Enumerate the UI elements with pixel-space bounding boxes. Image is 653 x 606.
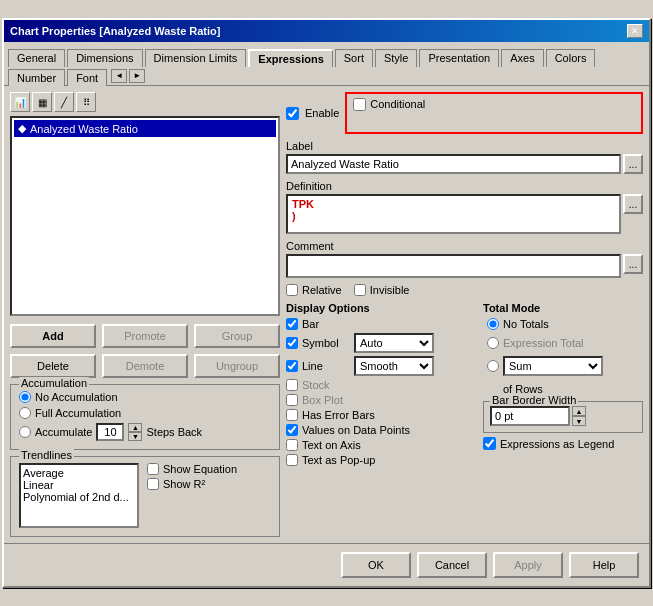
tab-colors[interactable]: Colors — [546, 49, 596, 67]
demote-button[interactable]: Demote — [102, 354, 188, 378]
error-bars-label: Has Error Bars — [302, 409, 375, 421]
symbol-checkbox[interactable] — [286, 337, 298, 349]
text-as-popup-checkbox[interactable] — [286, 454, 298, 466]
right-panel: Enable Conditional Label ... Definition — [286, 92, 643, 537]
top-button-row: Add Promote Group — [10, 324, 280, 348]
delete-button[interactable]: Delete — [10, 354, 96, 378]
symbol-label: Symbol — [302, 337, 350, 349]
left-panel: 📊 ▦ ╱ ⠿ ◆ Analyzed Waste Ratio Add Promo… — [10, 92, 280, 537]
symbol-select[interactable]: Auto Circle Square — [354, 333, 434, 353]
trend-item-average[interactable]: Average — [23, 467, 135, 479]
definition-field-row: Definition TPK ) ... — [286, 180, 643, 234]
line-select[interactable]: Smooth Straight Dashed — [354, 356, 434, 376]
expression-total-option: Expression Total — [487, 337, 643, 349]
invisible-checkbox[interactable] — [354, 284, 366, 296]
text-on-axis-checkbox[interactable] — [286, 439, 298, 451]
definition-input[interactable]: TPK ) — [286, 194, 621, 234]
title-bar-controls: ✕ — [627, 24, 643, 38]
tab-dimensions[interactable]: Dimensions — [67, 49, 142, 67]
add-chart-icon[interactable]: 📊 — [10, 92, 30, 112]
enable-checkbox[interactable] — [286, 107, 299, 120]
close-button[interactable]: ✕ — [627, 24, 643, 38]
tab-number[interactable]: Number — [8, 69, 65, 86]
tab-scroll-right[interactable]: ► — [129, 69, 145, 83]
tab-font[interactable]: Font — [67, 69, 107, 86]
expression-total-radio[interactable] — [487, 337, 499, 349]
bar-checkbox[interactable] — [286, 318, 298, 330]
trendlines-list[interactable]: Average Linear Polynomial of 2nd d... — [19, 463, 139, 528]
line-checkbox[interactable] — [286, 360, 298, 372]
tab-content: 📊 ▦ ╱ ⠿ ◆ Analyzed Waste Ratio Add Promo… — [4, 86, 649, 543]
expression-toolbar: 📊 ▦ ╱ ⠿ — [10, 92, 280, 112]
tab-scroll-left[interactable]: ◄ — [111, 69, 127, 83]
definition-tpk: TPK — [292, 198, 615, 210]
bar-border-down[interactable]: ▼ — [572, 416, 586, 426]
steps-down[interactable]: ▼ — [128, 432, 142, 441]
bar-border-input[interactable] — [490, 406, 570, 426]
ungroup-button[interactable]: Ungroup — [194, 354, 280, 378]
box-plot-checkbox[interactable] — [286, 394, 298, 406]
tab-sort[interactable]: Sort — [335, 49, 373, 67]
sum-option: Sum Max Min — [487, 356, 643, 376]
show-r2-checkbox[interactable] — [147, 478, 159, 490]
relative-checkbox[interactable] — [286, 284, 298, 296]
group-button[interactable]: Group — [194, 324, 280, 348]
symbol-option: Symbol Auto Circle Square — [286, 333, 475, 353]
tab-axes[interactable]: Axes — [501, 49, 543, 67]
label-ellipsis-button[interactable]: ... — [623, 154, 643, 174]
stock-checkbox[interactable] — [286, 379, 298, 391]
sum-radio[interactable] — [487, 360, 499, 372]
trend-item-polynomial[interactable]: Polynomial of 2nd d... — [23, 491, 135, 503]
bar-border-label: Bar Border Width — [490, 394, 578, 406]
tab-general[interactable]: General — [8, 49, 65, 67]
accumulate-radio[interactable] — [19, 426, 31, 438]
definition-ellipsis-button[interactable]: ... — [623, 194, 643, 214]
cancel-button[interactable]: Cancel — [417, 552, 487, 578]
steps-spinner: ▲ ▼ — [128, 423, 142, 441]
values-on-data-label: Values on Data Points — [302, 424, 410, 436]
no-accumulation-radio[interactable] — [19, 391, 31, 403]
ok-button[interactable]: OK — [341, 552, 411, 578]
line-chart-icon[interactable]: ╱ — [54, 92, 74, 112]
label-input[interactable] — [286, 154, 621, 174]
scatter-icon[interactable]: ⠿ — [76, 92, 96, 112]
show-equation-option: Show Equation — [147, 463, 237, 475]
tab-expressions[interactable]: Expressions — [248, 49, 332, 67]
bar-chart-icon[interactable]: ▦ — [32, 92, 52, 112]
columns-section: Display Options Bar Symbol Auto Circle S… — [286, 302, 643, 469]
label-text-field: ... — [286, 154, 643, 174]
conditional-checkbox[interactable] — [353, 98, 366, 111]
error-bars-checkbox[interactable] — [286, 409, 298, 421]
expressions-as-legend-checkbox[interactable] — [483, 437, 496, 450]
tab-dimension-limits[interactable]: Dimension Limits — [145, 49, 247, 67]
definition-field-label: Definition — [286, 180, 643, 192]
bar-border-field: ▲ ▼ — [490, 406, 636, 426]
no-totals-radio[interactable] — [487, 318, 499, 330]
expression-list: ◆ Analyzed Waste Ratio — [10, 116, 280, 316]
bar-option: Bar — [286, 318, 475, 330]
show-equation-checkbox[interactable] — [147, 463, 159, 475]
bar-border-up[interactable]: ▲ — [572, 406, 586, 416]
help-button[interactable]: Help — [569, 552, 639, 578]
relative-option: Relative — [286, 284, 342, 296]
sum-select[interactable]: Sum Max Min — [503, 356, 603, 376]
promote-button[interactable]: Promote — [102, 324, 188, 348]
definition-paren: ) — [292, 210, 615, 222]
values-on-data-checkbox[interactable] — [286, 424, 298, 436]
steps-input[interactable] — [96, 423, 124, 441]
trend-item-linear[interactable]: Linear — [23, 479, 135, 491]
steps-up[interactable]: ▲ — [128, 423, 142, 432]
expression-item[interactable]: ◆ Analyzed Waste Ratio — [14, 120, 276, 137]
apply-button[interactable]: Apply — [493, 552, 563, 578]
add-button[interactable]: Add — [10, 324, 96, 348]
comment-field-label: Comment — [286, 240, 643, 252]
comment-ellipsis-button[interactable]: ... — [623, 254, 643, 274]
tab-style[interactable]: Style — [375, 49, 417, 67]
full-accumulation-radio[interactable] — [19, 407, 31, 419]
accumulation-label: Accumulation — [19, 377, 89, 389]
comment-input[interactable] — [286, 254, 621, 278]
accumulate-option: Accumulate ▲ ▼ Steps Back — [19, 423, 271, 441]
no-accumulation-option: No Accumulation — [19, 391, 271, 403]
tab-presentation[interactable]: Presentation — [419, 49, 499, 67]
label-field-label: Label — [286, 140, 643, 152]
